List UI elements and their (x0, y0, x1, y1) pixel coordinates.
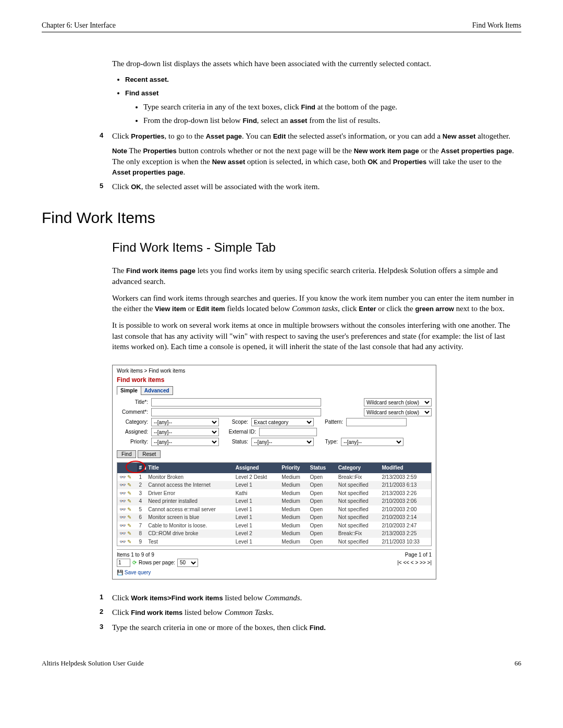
label-pattern: Pattern: (317, 418, 343, 426)
edit-icon[interactable]: ✎ (127, 482, 131, 488)
view-icon[interactable]: 👓 (119, 507, 126, 512)
intro-p1: The drop-down list displays the assets w… (112, 58, 521, 69)
footer-left: Altiris Helpdesk Solution User Guide (42, 659, 144, 668)
col-status[interactable]: Status (308, 464, 336, 472)
view-icon[interactable]: 👓 (119, 490, 126, 496)
edit-icon[interactable]: ✎ (127, 490, 131, 496)
comment-wildcard-select[interactable]: Wildcard search (slow) (364, 408, 432, 416)
priority-select[interactable]: --[any]-- (151, 438, 219, 446)
refresh-icon[interactable]: ⟳ (132, 559, 137, 566)
bullet-recent-asset: Recent asset. (125, 76, 169, 83)
items-count: Items 1 to 9 of 9 (117, 551, 154, 559)
view-icon[interactable]: 👓 (119, 530, 126, 536)
edit-icon[interactable]: ✎ (127, 539, 131, 545)
col-category[interactable]: Category (336, 464, 380, 472)
col-priority[interactable]: Priority (279, 464, 308, 472)
externalid-input[interactable] (259, 428, 317, 436)
edit-icon[interactable]: ✎ (127, 514, 131, 520)
panel-title: Find work items (117, 376, 432, 384)
content-upper: The drop-down list displays the assets w… (112, 58, 521, 192)
page-header: Chapter 6: User Interface Find Work Item… (42, 21, 521, 32)
col-modified[interactable]: Modified (380, 464, 431, 472)
label-category: Category: (117, 418, 148, 426)
title-wildcard-select[interactable]: Wildcard search (slow) (364, 398, 432, 406)
label-title: Title*: (117, 399, 148, 406)
pattern-input[interactable] (346, 418, 407, 426)
page-indicator: Page 1 of 1 (405, 551, 432, 559)
label-status: Status: (222, 438, 248, 446)
table-row[interactable]: 👓 ✎ 4Need printer installedLevel 1Medium… (117, 497, 431, 505)
step-2: 2Click Find work items listed below Comm… (112, 607, 521, 618)
table-row[interactable]: 👓 ✎ 6Monitor screen is blueLevel 1Medium… (117, 513, 431, 522)
label-priority: Priority: (117, 438, 148, 446)
sub-bullet-1: Type search criteria in any of the text … (143, 102, 521, 112)
results-footer: Items 1 to 9 of 9 Page 1 of 1 (117, 549, 432, 559)
step-4: 4 Click Properties, to go to the Asset p… (112, 131, 521, 141)
table-row[interactable]: 👓 ✎ 2Cannot access the InternetLevel 1Me… (117, 481, 431, 489)
note-paragraph: Note The Properties button controls whet… (112, 145, 521, 177)
view-icon[interactable]: 👓 (119, 539, 126, 545)
label-scope: Scope: (222, 418, 248, 426)
footer-right: 66 (515, 659, 521, 668)
step-1: 1Click Work items>Find work items listed… (112, 593, 521, 603)
label-assigned: Assigned: (117, 428, 148, 436)
find-button[interactable]: Find (117, 450, 136, 458)
body-p1: The Find work items page lets you find w… (112, 265, 521, 287)
breadcrumb: Work items > Find work items (117, 367, 432, 375)
table-row[interactable]: 👓 ✎ 5Cannot access e□mail serverLevel 1M… (117, 505, 431, 514)
sub-bullet-2: From the drop-down list below Find, sele… (143, 115, 521, 126)
table-row[interactable]: 👓 ✎ 7Cable to Monitor is loose.Level 1Me… (117, 522, 431, 530)
view-icon[interactable]: 👓 (119, 474, 126, 480)
edit-icon[interactable]: ✎ (127, 530, 131, 536)
table-row[interactable]: 👓 ✎ 1Monitor BrokenLevel 2 DesktMediumOp… (117, 473, 431, 482)
edit-icon[interactable]: ✎ (127, 507, 131, 512)
goto-page-input[interactable] (117, 559, 130, 567)
reset-button[interactable]: Reset (138, 450, 161, 458)
h1-find-work-items: Find Work Items (42, 207, 521, 229)
body-p2: Workers can find work items through sear… (112, 293, 521, 314)
category-select[interactable]: --[any]-- (151, 418, 219, 426)
tab-advanced[interactable]: Advanced (141, 386, 173, 396)
header-right: Find Work Items (472, 21, 521, 31)
table-row[interactable]: 👓 ✎ 8CD□ROM drive brokeLevel 2MediumOpen… (117, 529, 431, 538)
view-icon[interactable]: 👓 (119, 523, 126, 528)
results-table: # ▲ Title Assigned Priority Status Categ… (117, 462, 432, 546)
col-assigned[interactable]: Assigned (234, 464, 280, 472)
tabs: SimpleAdvanced (117, 386, 432, 396)
view-icon[interactable]: 👓 (119, 482, 126, 488)
scope-select[interactable]: Exact category (251, 418, 314, 426)
label-type: Type: (317, 438, 338, 446)
table-row[interactable]: 👓 ✎ 3Driver ErrorKathiMediumOpenNot spec… (117, 489, 431, 498)
label-comment: Comment*: (117, 409, 148, 416)
rows-per-page-select[interactable]: 50 (177, 559, 198, 567)
rows-per-page-label: Rows per page: (139, 559, 175, 566)
edit-icon[interactable]: ✎ (127, 498, 131, 504)
find-work-items-screenshot: Work items > Find work items Find work i… (112, 365, 436, 579)
step-5: 5 Click OK, the selected asset will be a… (112, 181, 521, 192)
pagination-nav[interactable]: |< << < > >> >| (397, 559, 432, 566)
view-icon[interactable]: 👓 (119, 514, 126, 520)
results-header: # ▲ Title Assigned Priority Status Categ… (117, 463, 431, 473)
save-query-link[interactable]: 💾 Save query (117, 569, 432, 576)
h2-simple-tab: Find Work Items - Simple Tab (112, 239, 521, 256)
header-left: Chapter 6: User Interface (42, 21, 116, 31)
step-3: 3Type the search criteria in one or more… (112, 622, 521, 633)
body-p3: It is possible to work on several work i… (112, 320, 521, 352)
type-select[interactable]: --[any]-- (341, 438, 403, 446)
label-externalid: External ID: (222, 428, 256, 436)
view-icon[interactable]: 👓 (119, 498, 126, 504)
edit-icon[interactable]: ✎ (127, 474, 131, 480)
col-title[interactable]: Title (146, 464, 233, 472)
page-footer: Altiris Helpdesk Solution User Guide 66 (42, 659, 521, 668)
table-row[interactable]: 👓 ✎ 9TestLevel 1MediumOpenNot specified2… (117, 538, 431, 546)
intro-bullets: Recent asset. Find asset Type search cri… (125, 74, 521, 126)
title-input[interactable] (151, 398, 321, 406)
comment-input[interactable] (151, 408, 321, 416)
status-select[interactable]: --[any]-- (251, 438, 314, 446)
tab-simple[interactable]: Simple (117, 386, 141, 396)
edit-icon[interactable]: ✎ (127, 523, 131, 528)
assigned-select[interactable]: --[any]-- (151, 428, 219, 436)
bullet-find-asset: Find asset (125, 89, 158, 97)
